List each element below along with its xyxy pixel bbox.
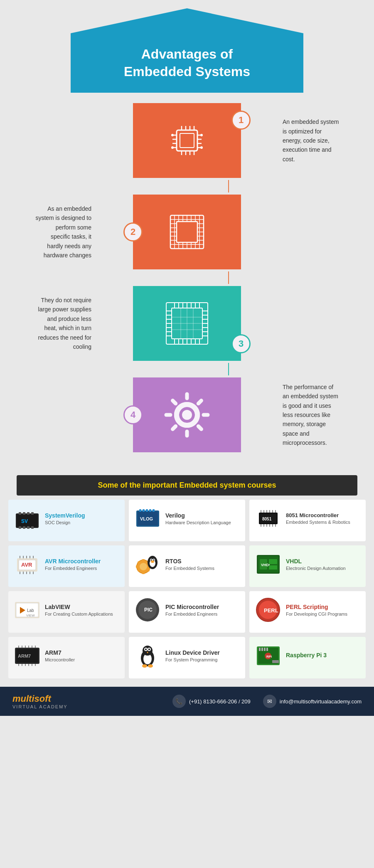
course-icon-raspberry: RPi: [253, 641, 283, 670]
svg-text:ARM7: ARM7: [18, 653, 31, 658]
course-desc-8051: Embedded Systems & Robotics: [286, 520, 362, 525]
course-card-rtos[interactable]: RTOS For Embedded Systems: [129, 545, 245, 587]
svg-point-150: [140, 563, 147, 570]
adv-number-3: 3: [231, 334, 251, 353]
course-card-verilog[interactable]: VLOG Verilog Hardware Description Langua…: [129, 500, 245, 541]
footer-phone-item: 📞 (+91) 8130-666-206 / 209: [172, 695, 251, 708]
svg-line-92: [198, 401, 201, 404]
course-name-vhdl: VHDL: [286, 558, 362, 565]
course-name-raspberry: Raspberry Pi 3: [286, 652, 362, 659]
course-card-8051[interactable]: 8051 8051 Microcontroller Embedded Syste…: [249, 500, 366, 541]
adv-number-2: 2: [123, 222, 143, 242]
course-icon-perl: PERL: [253, 595, 283, 624]
svg-rect-1: [180, 133, 194, 148]
svg-text:PIC: PIC: [144, 607, 153, 613]
advantage-row-3: They do not requirelarge power suppliesa…: [17, 284, 357, 363]
svg-point-195: [145, 649, 147, 650]
adv-center-1: 1: [100, 103, 274, 178]
connector-3-4: [228, 363, 229, 375]
course-name-8051: 8051 Microcontroller: [286, 512, 362, 519]
chip-icon-3: [160, 296, 214, 350]
svg-rect-207: [266, 648, 268, 651]
course-card-linux[interactable]: Linux Device Driver For System Programmi…: [129, 637, 245, 678]
adv-number-1: 1: [231, 111, 251, 130]
course-name-arm7: ARM7: [45, 649, 121, 656]
course-card-vhdl[interactable]: VHDL VHDL Electronic Design Automation: [249, 545, 366, 587]
course-name-pic: PIC Microcontroller: [165, 604, 241, 611]
svg-text:Lab: Lab: [27, 608, 34, 613]
adv-center-4: 4: [100, 377, 274, 452]
course-name-systemverilog: SystemVerilog: [45, 512, 121, 519]
svg-rect-108: [143, 509, 145, 512]
svg-point-156: [153, 559, 154, 560]
svg-rect-144: [136, 565, 138, 568]
adv-box-4: 4: [133, 377, 241, 452]
course-icon-labview: Lab VIEW: [12, 595, 42, 624]
svg-point-21: [200, 146, 203, 149]
course-name-linux: Linux Device Driver: [165, 649, 241, 656]
course-card-perl[interactable]: PERL PERL Scripting For Developing CGI P…: [249, 591, 366, 633]
svg-point-196: [148, 649, 150, 650]
svg-rect-205: [261, 648, 263, 651]
course-icon-linux: [133, 641, 162, 670]
course-card-systemverilog[interactable]: SV SystemVerilog SOC Design: [8, 500, 125, 541]
course-name-perl: PERL Scripting: [286, 604, 362, 611]
course-desc-avr: For Embedded Engineers: [45, 566, 121, 571]
svg-rect-111: [153, 509, 155, 512]
course-name-avr: AVR Microcontroller: [45, 558, 121, 565]
svg-rect-102: [27, 526, 30, 529]
course-desc-perl: For Developing CGI Programs: [286, 612, 362, 616]
adv-center-3: 3: [100, 286, 274, 361]
adv-box-1: 1: [133, 103, 241, 178]
svg-rect-208: [272, 660, 279, 663]
svg-line-90: [173, 401, 176, 404]
course-icon-pic: PIC: [133, 595, 162, 624]
svg-rect-103: [31, 526, 34, 529]
course-desc-verilog: Hardware Description Language: [165, 520, 241, 525]
footer-contact: 📞 (+91) 8130-666-206 / 209 ✉ info@multis…: [172, 695, 362, 708]
course-card-pic[interactable]: PIC PIC Microcontroller For Embedded Eng…: [129, 591, 245, 633]
courses-header-text: Some of the important Embedded system co…: [25, 481, 349, 490]
svg-point-198: [142, 664, 147, 668]
footer-email-item: ✉ info@multisoftvirtualacademy.com: [263, 695, 362, 708]
adv-text-right-1: An embedded systemis optimized forenergy…: [274, 117, 357, 164]
svg-text:PERL: PERL: [264, 607, 278, 614]
chip-icon-1: [164, 118, 210, 163]
course-card-raspberry[interactable]: RPi Raspberry Pi 3: [249, 637, 366, 678]
footer: multisoft Virtual Academy 📞 (+91) 8130-6…: [0, 687, 374, 716]
phone-icon: 📞: [172, 695, 186, 708]
course-desc-linux: For System Programming: [165, 657, 241, 662]
svg-text:AVR: AVR: [21, 562, 32, 568]
footer-logo: multisoft Virtual Academy: [12, 693, 68, 709]
connector-2-3: [228, 271, 229, 284]
svg-rect-204: [259, 648, 261, 651]
advantage-row-1: 1 An embedded systemis optimized forener…: [17, 101, 357, 180]
svg-rect-98: [27, 512, 30, 515]
course-card-avr[interactable]: AVR AVR Microcontroller For Embedded Eng: [8, 545, 125, 587]
course-card-arm7[interactable]: ARM7 ARM7 Microcon: [8, 637, 125, 678]
course-desc-pic: For Embedded Engineers: [165, 612, 241, 616]
course-icon-verilog: VLOG: [133, 504, 162, 533]
svg-rect-96: [19, 512, 21, 515]
adv-number-4: 4: [123, 405, 143, 424]
course-desc-labview: For Creating Custom Applications: [45, 612, 121, 616]
email-icon: ✉: [263, 695, 276, 708]
course-desc-rtos: For Embedded Systems: [165, 566, 241, 571]
course-card-labview[interactable]: Lab VIEW LabVIEW For Creating Custom App…: [8, 591, 125, 633]
svg-rect-206: [264, 648, 266, 651]
advantage-row-2: As an embeddedsystem is designed toperfo…: [17, 192, 357, 271]
svg-rect-99: [31, 512, 34, 515]
svg-rect-110: [149, 509, 151, 512]
course-icon-systemverilog: SV: [12, 504, 42, 533]
adv-text-left-2: As an embeddedsystem is designed toperfo…: [17, 204, 100, 260]
svg-rect-101: [23, 526, 25, 529]
adv-box-2: 2: [133, 195, 241, 269]
chip-icon-2: [162, 207, 212, 257]
svg-text:8051: 8051: [262, 517, 272, 521]
footer-phone: (+91) 8130-666-206 / 209: [189, 698, 251, 705]
svg-rect-107: [139, 509, 141, 512]
adv-text-left-3: They do not requirelarge power suppliesa…: [17, 296, 100, 351]
course-name-verilog: Verilog: [165, 512, 241, 519]
courses-header: Some of the important Embedded system co…: [17, 475, 357, 496]
svg-point-19: [171, 146, 174, 149]
